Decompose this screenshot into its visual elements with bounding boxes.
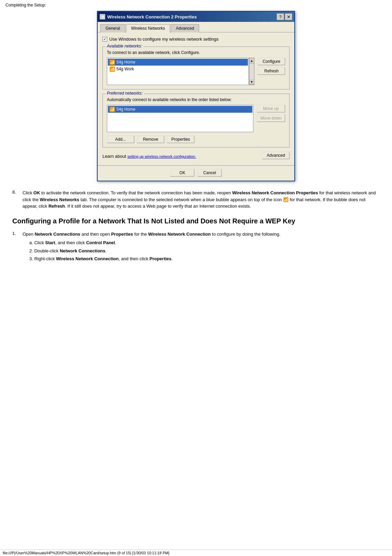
add-button[interactable]: Add... bbox=[107, 136, 134, 143]
configure-button[interactable]: Configure bbox=[258, 58, 285, 65]
properties-dialog: 🖥 Wireless Network Connection 2 Properti… bbox=[97, 11, 295, 181]
list-item[interactable]: 📶 54g Home bbox=[108, 106, 252, 113]
sub-a-label: a. bbox=[29, 240, 33, 245]
tab-bar: General Wireless Networks Advanced bbox=[98, 22, 294, 32]
remove-button[interactable]: Remove bbox=[137, 136, 164, 143]
available-list-scrollbar: ▲ ▼ bbox=[249, 58, 254, 85]
tab-general[interactable]: General bbox=[100, 24, 125, 32]
help-button[interactable]: ? bbox=[277, 13, 284, 20]
scroll-track bbox=[249, 64, 254, 79]
wifi-icon-2: 📶 bbox=[109, 66, 115, 72]
sub-2-bold: Network Connections bbox=[60, 248, 106, 253]
available-networks-desc: To connect to an available network, clic… bbox=[107, 50, 285, 55]
scroll-down-arrow[interactable]: ▼ bbox=[249, 79, 254, 85]
tab-wireless-networks[interactable]: Wireless Networks bbox=[126, 24, 170, 32]
step1-text1: Open bbox=[23, 232, 34, 237]
wifi-placeholder-icon: 📶 bbox=[283, 197, 290, 202]
preferred-network-buttons: Move up Move down bbox=[257, 105, 285, 132]
preferred-networks-label: Preferred networks: bbox=[106, 91, 144, 96]
ok-button[interactable]: OK bbox=[170, 169, 194, 177]
preferred-networks-group: Preferred networks: Automatically connec… bbox=[102, 94, 290, 148]
sub-step-3: 3. Right-click Wireless Network Connecti… bbox=[29, 255, 280, 262]
sub-a-bold2: Control Panel bbox=[86, 240, 115, 245]
sub-step-2: 2. Double-click Network Connections. bbox=[29, 248, 280, 254]
preferred-network-list: 📶 54g Home bbox=[107, 105, 253, 132]
configure-checkbox-row: ✓ Use Windows to configure my wireless n… bbox=[102, 37, 290, 42]
step8-text-after5: . If it still does not appear, try to ac… bbox=[65, 204, 251, 209]
step8-text-after1: to activate the network connection. To v… bbox=[40, 190, 232, 195]
move-up-button[interactable]: Move up bbox=[257, 105, 285, 112]
wifi-icon-1: 📶 bbox=[109, 59, 115, 65]
sub-2-text: Double-click bbox=[34, 248, 59, 253]
step1-text4: to configure by doing the following. bbox=[211, 232, 280, 237]
move-down-button[interactable]: Move down bbox=[257, 114, 285, 122]
sub-a-after: , and then click bbox=[55, 240, 86, 245]
dialog-wrapper: 🖥 Wireless Network Connection 2 Properti… bbox=[5, 11, 387, 181]
sub-3-after2: . bbox=[171, 256, 173, 261]
sub-3-after: , and then click bbox=[118, 256, 149, 261]
step1-bold2: Properties bbox=[111, 232, 133, 237]
step1-bold1: Network Connections bbox=[34, 232, 80, 237]
title-bar: 🖥 Wireless Network Connection 2 Properti… bbox=[98, 12, 294, 22]
main-content: 8. Click OK to activate the network conn… bbox=[5, 190, 387, 264]
available-list-with-scroll: 📶 54g Home 📶 54g Work ▲ ▼ bbox=[107, 58, 254, 85]
dialog-bottom-row: Learn about setting up wireless network … bbox=[102, 152, 290, 159]
sub-2-label: 2. bbox=[29, 248, 33, 253]
properties-button[interactable]: Properties bbox=[167, 136, 194, 143]
network-name-2: 54g Work bbox=[116, 67, 134, 71]
breadcrumb: Completing the Setup: bbox=[5, 3, 387, 8]
step8-text-before: Click bbox=[23, 190, 33, 195]
learn-link[interactable]: setting up wireless network configuratio… bbox=[127, 154, 196, 158]
advanced-button[interactable]: Advanced bbox=[262, 152, 290, 159]
sub-a-bold: Start bbox=[45, 240, 55, 245]
sub-step-a: a. Click Start, and then click Control P… bbox=[29, 239, 280, 246]
sub-a-after2: . bbox=[115, 240, 116, 245]
sub-2-after: . bbox=[106, 248, 107, 253]
tab-advanced[interactable]: Advanced bbox=[171, 24, 199, 32]
wifi-icon-pref-1: 📶 bbox=[109, 107, 115, 112]
available-networks-group: Available networks: To connect to an ava… bbox=[102, 46, 290, 89]
step8-bold1: OK bbox=[33, 190, 40, 195]
step-1: 1. Open Network Connections and then ope… bbox=[12, 231, 380, 264]
step-8: 8. Click OK to activate the network conn… bbox=[12, 190, 380, 210]
close-button[interactable]: ✕ bbox=[285, 13, 292, 20]
step-8-body: Click OK to activate the network connect… bbox=[23, 190, 380, 210]
available-networks-label: Available networks: bbox=[106, 44, 143, 48]
step-1-body: Open Network Connections and then open P… bbox=[23, 231, 280, 264]
step-1-number: 1. bbox=[12, 231, 20, 264]
list-item[interactable]: 📶 54g Work bbox=[108, 66, 248, 72]
step8-bold4: Refresh bbox=[48, 204, 65, 209]
network-name-1: 54g Home bbox=[116, 60, 135, 65]
sub-3-bold2: Properties bbox=[150, 256, 171, 261]
step1-text2: and then open bbox=[80, 232, 111, 237]
footer-url: file:///P|/User%20Manuals/HP%20XP%20WLAN… bbox=[3, 551, 169, 555]
configure-checkbox[interactable]: ✓ bbox=[102, 37, 107, 42]
dialog-icon: 🖥 bbox=[100, 14, 105, 19]
scroll-up-arrow[interactable]: ▲ bbox=[249, 58, 254, 64]
available-network-list: 📶 54g Home 📶 54g Work bbox=[107, 58, 249, 85]
sub-steps: a. Click Start, and then click Control P… bbox=[23, 239, 280, 262]
title-bar-buttons: ? ✕ bbox=[277, 13, 292, 20]
refresh-button[interactable]: Refresh bbox=[258, 67, 285, 75]
learn-text: Learn about bbox=[102, 154, 126, 159]
sub-3-bold: Wireless Network Connection bbox=[56, 256, 118, 261]
preferred-networks-area: 📶 54g Home Move up Move down bbox=[107, 105, 285, 132]
step-8-number: 8. bbox=[12, 190, 20, 210]
sub-a-text: Click bbox=[34, 240, 45, 245]
sub-3-label: 3. bbox=[29, 256, 33, 261]
cancel-button[interactable]: Cancel bbox=[198, 169, 222, 177]
dialog-title: Wireless Network Connection 2 Properties bbox=[107, 14, 277, 19]
step1-text3: for the bbox=[133, 232, 148, 237]
step8-text-after3: tab. The computer is connected to the se… bbox=[79, 197, 282, 202]
step8-bold3: Wireless Networks bbox=[40, 197, 80, 202]
configure-checkbox-label: Use Windows to configure my wireless net… bbox=[109, 37, 219, 42]
preferred-networks-desc: Automatically connect to available netwo… bbox=[107, 97, 285, 102]
dialog-body: ✓ Use Windows to configure my wireless n… bbox=[98, 32, 294, 163]
preferred-list-with-scroll: 📶 54g Home bbox=[107, 105, 253, 132]
step1-bold3: Wireless Network Connection bbox=[148, 232, 211, 237]
preferred-network-name-1: 54g Home bbox=[116, 107, 135, 112]
dialog-footer: OK Cancel bbox=[98, 165, 294, 181]
step8-bold2: Wireless Network Connection Properties bbox=[232, 190, 318, 195]
sub-3-text: Right-click bbox=[34, 256, 56, 261]
list-item[interactable]: 📶 54g Home bbox=[108, 59, 248, 66]
